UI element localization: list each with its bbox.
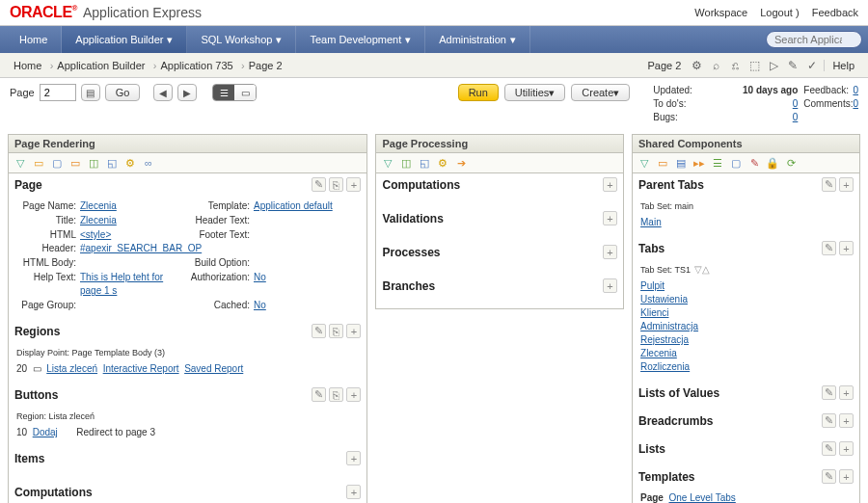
da-icon[interactable]: ∞ (141, 155, 156, 171)
add-icon[interactable]: + (839, 441, 854, 456)
tree-icon[interactable]: ▽ (13, 155, 28, 171)
add-icon[interactable]: + (346, 324, 361, 338)
add-icon[interactable]: + (839, 469, 854, 484)
help-link[interactable]: Help (824, 60, 862, 71)
view-tree-icon[interactable]: ☰ (213, 85, 234, 100)
edit-icon[interactable]: ✎ (822, 241, 836, 255)
next-page-button[interactable]: ▶ (177, 84, 197, 101)
feedback-val-link[interactable]: 0 (853, 85, 858, 95)
arrow-icon[interactable]: ➔ (453, 155, 469, 171)
crumb-home[interactable]: Home (6, 60, 49, 71)
bugs-link[interactable]: 0 (793, 112, 799, 122)
copy-icon[interactable]: ⎘ (329, 387, 343, 402)
nav-icon[interactable]: ⟳ (783, 155, 799, 171)
comments-link[interactable]: 0 (853, 98, 858, 109)
auth-link[interactable]: No (254, 271, 359, 298)
copy-icon[interactable]: ⎘ (329, 324, 343, 338)
comment-icon[interactable]: ✎ (785, 58, 800, 73)
button-icon[interactable]: ▭ (68, 155, 83, 171)
button-dodaj-link[interactable]: Dodaj (33, 427, 58, 437)
page-name-link[interactable]: Zlecenia (80, 199, 186, 213)
nav-home[interactable]: Home (6, 26, 62, 53)
add-icon[interactable]: + (346, 451, 361, 465)
run-icon[interactable]: ▷ (766, 58, 781, 73)
add-icon[interactable]: + (346, 177, 361, 192)
edit-icon[interactable]: ✎ (822, 385, 836, 400)
tab-pulpit[interactable]: Pulpit (640, 279, 852, 293)
add-icon[interactable]: + (346, 485, 361, 499)
crumb-page[interactable]: Page 2 (241, 60, 290, 71)
add-icon[interactable]: + (603, 245, 617, 259)
edit-icon[interactable]: ✎ (822, 413, 836, 428)
create-button[interactable]: Create ▾ (571, 84, 630, 101)
add-icon[interactable]: + (839, 241, 854, 255)
copy-icon[interactable]: ⎘ (329, 177, 343, 192)
page-icon[interactable]: ▭ (31, 155, 46, 171)
tpl-icon[interactable]: ▢ (728, 155, 744, 171)
html-header-link[interactable]: <style> #apexir_SEARCH_BAR_OP (80, 228, 186, 255)
template-link[interactable]: Application default (254, 199, 359, 213)
region-icon[interactable]: ▢ (49, 155, 65, 171)
add-icon[interactable]: + (603, 211, 617, 225)
add-icon[interactable]: + (839, 385, 854, 400)
saved-report-link[interactable]: Saved Report (184, 363, 243, 374)
nav-team-dev[interactable]: Team Development▾ (296, 26, 425, 53)
help-text-link[interactable]: This is Help teht for page 1 s (80, 271, 186, 298)
edit-icon[interactable]: ✎ (822, 177, 836, 192)
region-link[interactable]: Lista zleceń (46, 363, 97, 374)
comp-icon[interactable]: ◱ (104, 155, 120, 171)
nav-sql-workshop[interactable]: SQL Workshop▾ (187, 26, 296, 53)
prev-page-button[interactable]: ◀ (153, 84, 173, 101)
tab-icon[interactable]: ▭ (655, 155, 670, 171)
edit-icon[interactable]: ✎ (312, 324, 326, 338)
edit-icon[interactable]: ✎ (822, 441, 836, 456)
export-icon[interactable]: ⬚ (746, 58, 762, 73)
run-button[interactable]: Run (458, 84, 499, 101)
tab-administracja[interactable]: Administracja (640, 320, 852, 333)
crumb-app[interactable]: Application 735 (152, 60, 240, 71)
bc-icon[interactable]: ▸▸ (692, 155, 707, 171)
find-icon[interactable]: ⌕ (708, 58, 723, 73)
lock-icon[interactable]: 🔒 (765, 155, 780, 171)
tpl-page-link[interactable]: One Level Tabs (669, 492, 736, 503)
edit-icon[interactable]: ✓ (804, 58, 820, 73)
add-icon[interactable]: + (839, 413, 854, 428)
page-dropdown-icon[interactable]: ▤ (81, 84, 100, 101)
utilities-button[interactable]: Utilities ▾ (504, 84, 565, 101)
nav-app-builder[interactable]: Application Builder▾ (62, 26, 187, 53)
lov-icon[interactable]: ▤ (673, 155, 689, 171)
gear-icon[interactable]: ⚙ (435, 155, 450, 171)
add-icon[interactable]: + (603, 177, 617, 192)
lock-icon[interactable]: ⎌ (727, 58, 743, 73)
tree-icon[interactable]: ▽ (637, 155, 652, 171)
gear-icon[interactable]: ⚙ (689, 58, 704, 73)
tree-icon[interactable]: ▽ (380, 155, 395, 171)
theme-icon[interactable]: ✎ (746, 155, 762, 171)
tab-zlecenia[interactable]: Zlecenia (640, 347, 852, 360)
tab-klienci[interactable]: Klienci (640, 306, 852, 320)
val-icon[interactable]: ◱ (417, 155, 432, 171)
go-button[interactable]: Go (105, 84, 141, 101)
add-icon[interactable]: + (839, 177, 854, 192)
search-input[interactable] (766, 31, 862, 48)
comp-icon[interactable]: ◫ (398, 155, 414, 171)
nav-admin[interactable]: Administration▾ (425, 26, 530, 53)
ir-link[interactable]: Interactive Report (103, 363, 179, 374)
sort-icon[interactable]: ▽△ (694, 264, 710, 275)
title-link[interactable]: Zlecenia (80, 214, 186, 227)
crumb-app-builder[interactable]: Application Builder (49, 60, 152, 71)
add-icon[interactable]: + (346, 387, 361, 402)
feedback-link[interactable]: Feedback (812, 7, 858, 18)
item-icon[interactable]: ◫ (86, 155, 101, 171)
gear-icon[interactable]: ⚙ (122, 155, 138, 171)
logout-link[interactable]: Logout ) (760, 7, 799, 18)
edit-icon[interactable]: ✎ (312, 387, 326, 402)
page-input[interactable] (40, 84, 76, 101)
workspace-link[interactable]: Workspace (694, 7, 747, 18)
tab-ustawienia[interactable]: Ustawienia (640, 293, 852, 306)
view-component-icon[interactable]: ▭ (234, 85, 256, 100)
add-icon[interactable]: + (603, 278, 617, 293)
list-icon[interactable]: ☰ (710, 155, 725, 171)
cached-link[interactable]: No (254, 299, 359, 312)
todos-link[interactable]: 0 (793, 98, 799, 109)
